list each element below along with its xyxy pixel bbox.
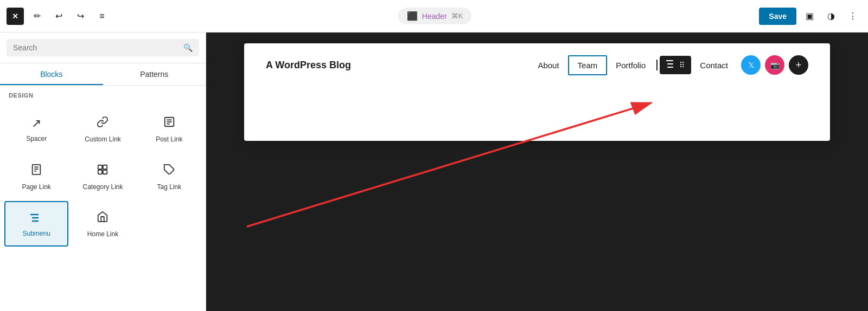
close-icon: ✕ (12, 12, 18, 21)
post-link-icon (163, 116, 175, 131)
toolbar-right: Save ▣ ◑ ⋮ (759, 8, 861, 25)
svg-rect-9 (103, 165, 107, 169)
close-button[interactable]: ✕ (7, 8, 24, 25)
svg-rect-8 (98, 165, 102, 169)
search-bar: 🔍 (0, 33, 206, 63)
more-icon: ⋮ (848, 11, 857, 21)
preview-frame: A WordPress Blog About Team Portfolio (244, 43, 830, 141)
social-add-button[interactable]: + (789, 55, 808, 75)
list-icon: ≡ (99, 11, 104, 21)
nav-link-contact[interactable]: Contact (691, 56, 737, 74)
header-pill[interactable]: ⬛ Header ⌘K (398, 8, 472, 24)
nav-separator (656, 60, 658, 70)
instagram-icon: 📷 (770, 61, 780, 69)
page-link-icon (30, 164, 42, 179)
block-item-custom-link[interactable]: Custom Link (71, 106, 135, 152)
tab-blocks[interactable]: Blocks (0, 63, 103, 85)
svg-rect-11 (103, 170, 107, 174)
tab-patterns[interactable]: Patterns (103, 63, 206, 85)
pen-icon: ✏ (34, 11, 41, 21)
undo-icon: ↩ (55, 11, 62, 21)
save-button[interactable]: Save (759, 8, 796, 25)
search-input[interactable] (13, 43, 179, 52)
spacer-icon: ↗ (31, 116, 41, 131)
block-item-post-link[interactable]: Post Link (137, 106, 201, 152)
submenu-label: Submenu (22, 230, 50, 238)
preview-nav: A WordPress Blog About Team Portfolio (244, 43, 830, 87)
toolbar-center: ⬛ Header ⌘K (115, 8, 755, 24)
submenu-icon (30, 211, 42, 225)
tabs-row: Blocks Patterns (0, 63, 206, 86)
redo-button[interactable]: ↪ (72, 8, 89, 25)
tag-link-label: Tag Link (157, 183, 181, 192)
sidebar: 🔍 Blocks Patterns DESIGN ↗ Spacer (0, 33, 206, 311)
contrast-button[interactable]: ◑ (822, 8, 840, 25)
nav-brand: A WordPress Blog (266, 60, 529, 71)
social-twitter-button[interactable]: 𝕏 (741, 55, 761, 75)
main-area: 🔍 Blocks Patterns DESIGN ↗ Spacer (0, 33, 868, 311)
header-pill-label: Header (422, 12, 447, 21)
list-view-button[interactable]: ≡ (93, 8, 111, 25)
block-item-page-link[interactable]: Page Link (4, 154, 68, 199)
top-toolbar: ✕ ✏ ↩ ↪ ≡ ⬛ Header ⌘K Save ▣ ◑ ⋮ (0, 0, 868, 33)
nav-social: 𝕏 📷 + (741, 55, 808, 75)
more-options-button[interactable]: ⋮ (844, 8, 861, 25)
tag-link-icon (163, 164, 175, 179)
redo-icon: ↪ (77, 11, 84, 21)
category-link-icon (97, 164, 108, 179)
nav-links: About Team Portfolio (529, 55, 808, 75)
layout-icon: ▣ (806, 11, 814, 21)
nav-link-team[interactable]: Team (568, 55, 608, 75)
nav-link-about[interactable]: About (529, 56, 567, 74)
home-link-icon (97, 211, 108, 226)
preview-submenu-dots: ⠿ (679, 61, 685, 69)
block-item-tag-link[interactable]: Tag Link (137, 154, 201, 199)
post-link-label: Post Link (156, 135, 182, 144)
category-link-label: Category Link (82, 183, 123, 192)
block-item-category-link[interactable]: Category Link (71, 154, 135, 199)
contrast-icon: ◑ (827, 11, 835, 21)
search-input-wrapper: 🔍 (7, 39, 199, 56)
block-item-submenu[interactable]: Submenu (4, 201, 68, 247)
page-link-label: Page Link (22, 183, 50, 192)
pen-button[interactable]: ✏ (28, 8, 46, 25)
svg-rect-10 (98, 170, 102, 174)
section-label-design: DESIGN (0, 86, 206, 102)
header-cmd-shortcut: ⌘K (451, 12, 463, 20)
twitter-icon: 𝕏 (748, 61, 754, 69)
undo-button[interactable]: ↩ (50, 8, 67, 25)
add-icon: + (796, 60, 802, 71)
social-instagram-button[interactable]: 📷 (765, 55, 784, 75)
custom-link-icon (97, 116, 108, 131)
block-item-home-link[interactable]: Home Link (71, 201, 135, 247)
nav-link-portfolio[interactable]: Portfolio (607, 56, 654, 74)
blocks-grid: ↗ Spacer Custom Link (0, 102, 206, 251)
search-icon: 🔍 (183, 43, 193, 52)
layout-button[interactable]: ▣ (801, 8, 818, 25)
home-link-label: Home Link (87, 230, 118, 239)
preview-submenu-block[interactable]: ⠿ (660, 56, 691, 74)
preview-submenu-icon (666, 60, 676, 70)
toolbar-left: ✕ ✏ ↩ ↪ ≡ (7, 8, 111, 25)
canvas-area: A WordPress Blog About Team Portfolio (206, 33, 868, 311)
spacer-label: Spacer (26, 135, 47, 144)
block-item-spacer[interactable]: ↗ Spacer (4, 106, 68, 152)
header-block-icon: ⬛ (407, 11, 418, 21)
custom-link-label: Custom Link (85, 135, 121, 144)
